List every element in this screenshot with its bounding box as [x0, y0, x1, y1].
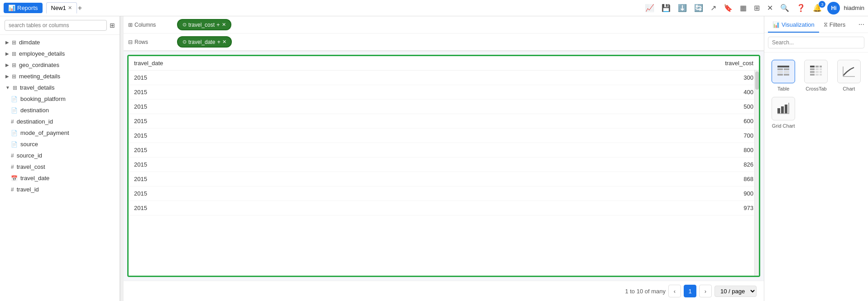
viz-item-chart[interactable]: Chart: [835, 60, 863, 91]
svg-rect-21: [777, 108, 780, 114]
table-row: 2015868: [129, 172, 759, 186]
viz-label-grid-chart: Grid Chart: [772, 123, 795, 129]
sidebar-item-employee-details[interactable]: ▶ ⊞ employee_details: [0, 48, 120, 59]
pagination-per-page-select[interactable]: 10 / page: [715, 286, 757, 297]
filter-icon: ⧖: [824, 21, 828, 28]
search-magnify-icon-btn[interactable]: 🔍: [778, 3, 791, 13]
user-avatar[interactable]: Hi: [827, 2, 840, 14]
expand-icon: ▶: [5, 62, 9, 67]
col-travel-cost[interactable]: travel_cost: [446, 56, 759, 71]
table-icon: ⊞: [12, 51, 16, 57]
data-table-wrapper: travel_date travel_cost 2015300201540020…: [127, 55, 760, 277]
ellipsis-icon-btn[interactable]: ✕: [765, 3, 775, 13]
grid-icon-btn[interactable]: ▦: [738, 3, 748, 13]
table-row: 2015400: [129, 85, 759, 100]
chip-remove-icon[interactable]: ✕: [222, 39, 226, 45]
expand-icon: ▶: [5, 40, 9, 45]
line-chart-icon-btn[interactable]: 📈: [643, 3, 656, 13]
sidebar-item-geo-cordinates[interactable]: ▶ ⊞ geo_cordinates: [0, 59, 120, 71]
sidebar-item-destination[interactable]: 📄 destination: [0, 105, 120, 116]
sidebar-item-dimdate[interactable]: ▶ ⊞ dimdate: [0, 37, 120, 48]
notification-badge: 3: [819, 1, 825, 8]
right-panel-search-input[interactable]: [768, 37, 864, 48]
sidebar-item-source-id[interactable]: # source_id: [0, 150, 120, 161]
svg-rect-10: [810, 68, 815, 70]
travel-date-chip[interactable]: ⊙ travel_date + ✕: [177, 36, 232, 48]
chip-remove-icon[interactable]: ✕: [222, 22, 226, 28]
table-row: 2015700: [129, 129, 759, 143]
svg-rect-9: [820, 66, 822, 67]
field-rows: ⊞ Columns ⊙ travel_cost + ✕ ⊟ Rows: [124, 16, 764, 51]
text-field-icon: 📄: [11, 130, 18, 136]
table-icon: ⊞: [13, 85, 17, 91]
sidebar-item-booking-platform[interactable]: 📄 booking_platform: [0, 93, 120, 105]
date-field-icon: 📅: [11, 175, 18, 182]
download-icon-btn[interactable]: ⬇️: [676, 3, 689, 13]
right-panel-more-icon[interactable]: ···: [858, 20, 864, 29]
tab-area: New1 ✕ +: [46, 2, 640, 14]
svg-rect-12: [820, 68, 822, 70]
pagination-next-button[interactable]: ›: [699, 285, 712, 297]
sidebar-scrollbar[interactable]: [120, 16, 124, 301]
pagination-page-button[interactable]: 1: [684, 285, 696, 297]
svg-rect-16: [810, 74, 815, 76]
save-icon-btn[interactable]: 💾: [660, 3, 672, 13]
viz-item-crosstab[interactable]: CrossTab: [802, 60, 830, 91]
cell-travel-cost: 800: [446, 143, 759, 158]
svg-rect-6: [784, 74, 789, 76]
reports-button[interactable]: 📊 Reports: [4, 3, 43, 13]
svg-rect-3: [777, 71, 783, 73]
expand-icon: ▶: [5, 51, 9, 56]
sidebar-item-meeting-details[interactable]: ▶ ⊞ meeting_details: [0, 71, 120, 82]
tab-new1[interactable]: New1 ✕: [46, 2, 77, 14]
cell-travel-date: 2015: [129, 143, 446, 158]
col-travel-date[interactable]: travel_date: [129, 56, 446, 71]
viz-item-grid-chart[interactable]: Grid Chart: [770, 97, 797, 129]
svg-rect-24: [788, 103, 789, 114]
chip-add-icon[interactable]: +: [217, 38, 221, 45]
tab-close-icon[interactable]: ✕: [68, 5, 72, 11]
table-scroll[interactable]: travel_date travel_cost 2015300201540020…: [129, 56, 759, 276]
sidebar-item-label: booking_platform: [20, 96, 66, 102]
tab-add-button[interactable]: +: [78, 5, 82, 12]
table-icon: ⊞: [12, 73, 16, 80]
chip-add-icon[interactable]: +: [216, 21, 220, 28]
sidebar-item-travel-details[interactable]: ▼ ⊞ travel_details: [0, 82, 120, 93]
tab-visualization[interactable]: 📊 Visualization: [768, 17, 819, 33]
sidebar-search-input[interactable]: [5, 20, 107, 31]
sidebar-item-travel-cost[interactable]: # travel_cost: [0, 161, 120, 172]
number-field-icon: #: [11, 119, 14, 125]
sidebar-item-source[interactable]: 📄 source: [0, 139, 120, 150]
table-row: 2015973: [129, 201, 759, 215]
text-field-icon: 📄: [11, 107, 18, 114]
table-row: 2015500: [129, 100, 759, 114]
pagination-prev-button[interactable]: ‹: [668, 285, 681, 297]
sidebar-item-destination-id[interactable]: # destination_id: [0, 116, 120, 127]
table-icon: ⊞: [12, 39, 16, 46]
viz-label-table: Table: [777, 86, 789, 91]
viz-icon-box-table: [772, 60, 795, 83]
travel-cost-chip[interactable]: ⊙ travel_cost + ✕: [177, 19, 231, 30]
sidebar-grid-icon[interactable]: ⊞: [110, 22, 115, 29]
viz-item-table[interactable]: Table: [770, 60, 797, 91]
table-row: 2015300: [129, 71, 759, 85]
sidebar-item-mode-of-payment[interactable]: 📄 mode_of_payment: [0, 127, 120, 139]
table-row: 2015900: [129, 186, 759, 201]
notification-button[interactable]: 🔔 3: [811, 3, 824, 13]
svg-rect-5: [777, 74, 783, 76]
tab-filters[interactable]: ⧖ Filters: [819, 16, 850, 33]
sidebar-item-travel-id[interactable]: # travel_id: [0, 184, 120, 195]
refresh-icon-btn[interactable]: 🔄: [692, 3, 705, 13]
bookmark-icon-btn[interactable]: 🔖: [722, 3, 734, 13]
sidebar-item-travel-date[interactable]: 📅 travel_date: [0, 172, 120, 184]
cell-travel-date: 2015: [129, 85, 446, 100]
pagination: 1 to 10 of many ‹ 1 › 10 / page: [124, 281, 764, 301]
table-scrollbar[interactable]: [754, 70, 759, 276]
rows-row: ⊟ Rows ⊙ travel_date + ✕: [124, 33, 764, 51]
table-icon-btn[interactable]: ⊞: [752, 3, 762, 13]
help-icon-btn[interactable]: ❓: [795, 3, 807, 13]
share-icon-btn[interactable]: ↗: [709, 3, 718, 13]
table-row: 2015600: [129, 114, 759, 129]
svg-rect-8: [815, 66, 819, 67]
cell-travel-cost: 973: [446, 201, 759, 215]
